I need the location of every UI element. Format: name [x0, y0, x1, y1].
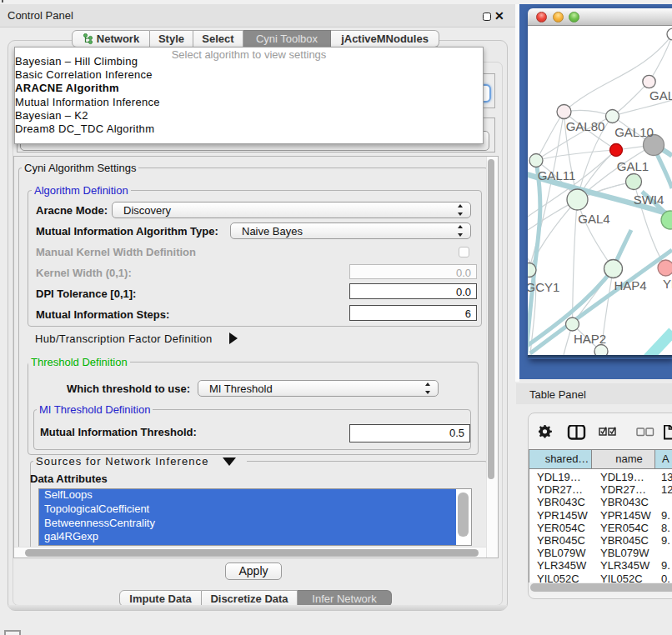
svg-text:HAP2: HAP2	[574, 332, 606, 346]
svg-text:GAL80: GAL80	[566, 119, 605, 133]
svg-text:GAL11: GAL11	[538, 168, 576, 182]
svg-text:GCY1: GCY1	[528, 280, 559, 294]
svg-text:GAL10: GAL10	[614, 125, 654, 139]
svg-text:GAL2: GAL2	[649, 88, 672, 102]
svg-text:GAL4: GAL4	[578, 212, 609, 226]
svg-text:YBR: YBR	[663, 277, 672, 291]
svg-text:HAP4: HAP4	[614, 278, 646, 292]
svg-text:GAL1: GAL1	[617, 159, 649, 173]
svg-text:SWI4: SWI4	[634, 192, 664, 207]
